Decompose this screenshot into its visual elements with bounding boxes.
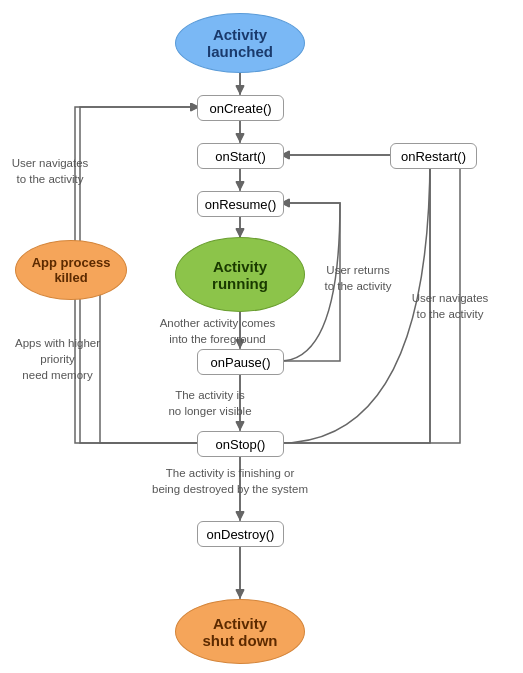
activity-running-label: Activity running bbox=[212, 258, 268, 292]
on-start-label: onStart() bbox=[215, 149, 266, 164]
on-restart-label: onRestart() bbox=[401, 149, 466, 164]
finishing-or-destroyed-label: The activity is finishing or being destr… bbox=[130, 465, 330, 497]
activity-running-node: Activity running bbox=[175, 237, 305, 312]
on-pause-node: onPause() bbox=[197, 349, 284, 375]
on-resume-label: onResume() bbox=[205, 197, 277, 212]
activity-shutdown-node: Activity shut down bbox=[175, 599, 305, 664]
on-start-node: onStart() bbox=[197, 143, 284, 169]
activity-launched-node: Activity launched bbox=[175, 13, 305, 73]
app-process-killed-label: App process killed bbox=[32, 255, 111, 285]
app-process-killed-node: App process killed bbox=[15, 240, 127, 300]
on-resume-node: onResume() bbox=[197, 191, 284, 217]
user-navigates-label2: User navigates to the activity bbox=[395, 290, 505, 322]
user-returns-label: User returns to the activity bbox=[308, 262, 408, 294]
activity-lifecycle-diagram: Activity launched onCreate() onStart() o… bbox=[0, 0, 523, 673]
on-pause-label: onPause() bbox=[211, 355, 271, 370]
on-destroy-label: onDestroy() bbox=[207, 527, 275, 542]
on-stop-label: onStop() bbox=[216, 437, 266, 452]
activity-launched-label: Activity launched bbox=[207, 26, 273, 60]
on-create-node: onCreate() bbox=[197, 95, 284, 121]
activity-no-longer-visible-label: The activity is no longer visible bbox=[145, 387, 275, 419]
user-navigates-label: User navigates to the activity bbox=[0, 155, 100, 187]
on-restart-node: onRestart() bbox=[390, 143, 477, 169]
on-destroy-node: onDestroy() bbox=[197, 521, 284, 547]
on-create-label: onCreate() bbox=[209, 101, 271, 116]
on-stop-node: onStop() bbox=[197, 431, 284, 457]
activity-shutdown-label: Activity shut down bbox=[203, 615, 278, 649]
another-activity-foreground-label: Another activity comes into the foregrou… bbox=[145, 315, 290, 347]
apps-higher-priority-label: Apps with higher priority need memory bbox=[0, 335, 115, 383]
